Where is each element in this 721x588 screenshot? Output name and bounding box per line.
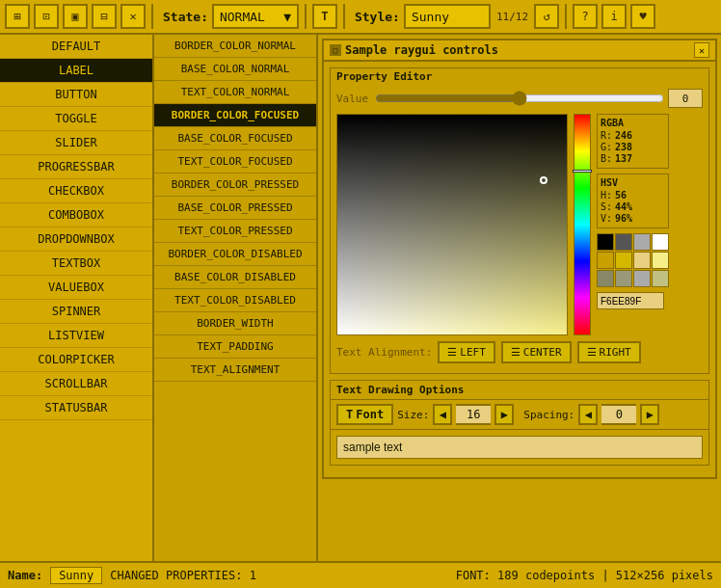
- hsv-s-row: S: 44%: [601, 201, 665, 212]
- prop-border-color-pressed[interactable]: BORDER_COLOR_PRESSED: [154, 174, 316, 197]
- toolbar-btn-2[interactable]: ⊡: [34, 4, 59, 29]
- toolbar-btn-4[interactable]: ⊟: [92, 4, 117, 29]
- text-alignment-label: Text Alignment:: [336, 346, 432, 359]
- sidebar-item-checkbox[interactable]: CHECKBOX: [0, 179, 152, 203]
- align-right-button[interactable]: ☰ RIGHT: [577, 341, 641, 363]
- swatch-9[interactable]: [615, 270, 632, 287]
- toolbar-info-btn[interactable]: i: [601, 4, 627, 29]
- spacing-decrement-button[interactable]: ◀: [578, 404, 598, 425]
- spacing-increment-button[interactable]: ▶: [640, 404, 659, 425]
- toolbar-help-btn[interactable]: ?: [573, 4, 598, 29]
- sample-close-button[interactable]: ✕: [694, 42, 709, 58]
- swatch-1[interactable]: [615, 233, 632, 251]
- swatch-7[interactable]: [652, 252, 669, 269]
- rgba-b-row: B: 137: [601, 153, 665, 164]
- prop-text-color-disabled[interactable]: TEXT_COLOR_DISABLED: [154, 289, 316, 312]
- align-center-label: CENTER: [523, 346, 562, 359]
- state-select[interactable]: NORMAL ▼: [212, 4, 299, 29]
- prop-base-color-normal[interactable]: BASE_COLOR_NORMAL: [154, 58, 316, 81]
- hex-input[interactable]: [597, 292, 664, 309]
- hsv-v-row: V: 96%: [601, 213, 665, 224]
- toolbar-reload-btn[interactable]: ↺: [534, 4, 559, 29]
- text-drawing-title: Text Drawing Options: [331, 381, 708, 400]
- rgba-g-row: G: 238: [601, 142, 665, 152]
- sidebar-item-default[interactable]: DEFAULT: [0, 35, 152, 59]
- font-label: Font: [356, 408, 384, 421]
- sidebar-item-toggle[interactable]: TOGGLE: [0, 107, 152, 131]
- size-increment-button[interactable]: ▶: [494, 404, 514, 425]
- property-editor-group: Property Editor Value 0: [330, 67, 709, 374]
- spacing-value: 0: [601, 404, 636, 425]
- align-center-button[interactable]: ☰ CENTER: [501, 341, 572, 363]
- color-hue-bar[interactable]: [574, 114, 591, 335]
- swatch-2[interactable]: [633, 233, 651, 251]
- toolbar-heart-btn[interactable]: ♥: [630, 4, 655, 29]
- right-panel: □ Sample raygui controls ✕ Property Edit…: [318, 35, 721, 561]
- value-row: Value 0: [336, 89, 703, 108]
- prop-base-color-disabled[interactable]: BASE_COLOR_DISABLED: [154, 266, 316, 289]
- prop-text-color-focused[interactable]: TEXT_COLOR_FOCUSED: [154, 150, 316, 174]
- rgba-r-row: R: 246: [601, 130, 665, 141]
- prop-text-alignment[interactable]: TEXT_ALIGNMENT: [154, 359, 316, 382]
- prop-text-color-normal[interactable]: TEXT_COLOR_NORMAL: [154, 81, 316, 104]
- sample-text-input[interactable]: [336, 436, 703, 459]
- sidebar-item-colorpicker[interactable]: COLORPICKER: [0, 348, 152, 372]
- property-editor-inner: Value 0: [331, 85, 708, 373]
- style-select[interactable]: Sunny: [404, 4, 491, 29]
- state-arrow-icon: ▼: [283, 10, 291, 24]
- hsv-v-label: V:: [601, 213, 612, 224]
- hsv-group: HSV H: 56 S: 44%: [597, 174, 669, 228]
- align-left-button[interactable]: ☰ LEFT: [438, 341, 495, 363]
- sidebar-item-progressbar[interactable]: PROGRESSBAR: [0, 155, 152, 179]
- font-button[interactable]: T Font: [336, 404, 393, 425]
- prop-base-color-pressed[interactable]: BASE_COLOR_PRESSED: [154, 197, 316, 220]
- rgba-g-label: G:: [601, 142, 612, 152]
- status-name-label: Name:: [8, 569, 42, 582]
- prop-text-color-pressed[interactable]: TEXT_COLOR_PRESSED: [154, 220, 316, 243]
- sample-window-icon: □: [330, 44, 341, 56]
- sidebar-item-slider[interactable]: SLIDER: [0, 131, 152, 155]
- toolbar-btn-5[interactable]: ✕: [120, 4, 146, 29]
- sidebar-item-scrollbar[interactable]: SCROLLBAR: [0, 372, 152, 396]
- hsv-h-value: 56: [615, 190, 644, 200]
- swatch-8[interactable]: [597, 270, 614, 287]
- sidebar-item-valuebox[interactable]: VALUEBOX: [0, 276, 152, 300]
- sidebar-item-button[interactable]: BUTTON: [0, 83, 152, 107]
- status-changed: CHANGED PROPERTIES: 1: [110, 569, 447, 582]
- sidebar-item-combobox[interactable]: COMBOBOX: [0, 203, 152, 227]
- toolbar-T-btn[interactable]: T: [312, 4, 337, 29]
- prop-text-padding[interactable]: TEXT_PADDING: [154, 335, 316, 359]
- swatch-3[interactable]: [652, 233, 669, 251]
- swatch-11[interactable]: [652, 270, 669, 287]
- swatch-10[interactable]: [633, 270, 651, 287]
- sidebar-item-statusbar[interactable]: STATUSBAR: [0, 396, 152, 420]
- toolbar: ⊞ ⊡ ▣ ⊟ ✕ State: NORMAL ▼ T Style: Sunny…: [0, 0, 721, 35]
- prop-border-color-focused[interactable]: BORDER_COLOR_FOCUSED: [154, 104, 316, 127]
- prop-border-color-normal[interactable]: BORDER_COLOR_NORMAL: [154, 35, 316, 58]
- text-drawing-options-group: Text Drawing Options T Font Size: ◀ 16 ▶…: [330, 380, 709, 466]
- value-label: Value: [336, 93, 371, 105]
- value-slider[interactable]: [375, 89, 664, 108]
- swatch-6[interactable]: [633, 252, 651, 269]
- toolbar-btn-1[interactable]: ⊞: [5, 4, 30, 29]
- color-gradient[interactable]: [336, 114, 568, 335]
- swatch-4[interactable]: [597, 252, 614, 269]
- sidebar-item-dropdownbox[interactable]: DROPDOWNBOX: [0, 227, 152, 252]
- sidebar-item-spinner[interactable]: SPINNER: [0, 300, 152, 324]
- prop-border-color-disabled[interactable]: BORDER_COLOR_DISABLED: [154, 243, 316, 266]
- sidebar-item-textbox[interactable]: TEXTBOX: [0, 252, 152, 276]
- swatch-0[interactable]: [597, 233, 614, 251]
- page-indicator: 11/12: [496, 11, 528, 23]
- prop-border-width[interactable]: BORDER_WIDTH: [154, 312, 316, 335]
- prop-base-color-focused[interactable]: BASE_COLOR_FOCUSED: [154, 127, 316, 150]
- sample-content: Property Editor Value 0: [324, 62, 715, 477]
- status-bar: Name: Sunny CHANGED PROPERTIES: 1 FONT: …: [0, 561, 721, 588]
- sidebar-item-label[interactable]: LABEL: [0, 59, 152, 83]
- separator-4: [565, 4, 567, 29]
- swatch-5[interactable]: [615, 252, 632, 269]
- sidebar-item-listview[interactable]: LISTVIEW: [0, 324, 152, 348]
- swatch-grid: [597, 233, 669, 287]
- size-decrement-button[interactable]: ◀: [433, 404, 452, 425]
- toolbar-btn-3[interactable]: ▣: [63, 4, 88, 29]
- separator-1: [151, 4, 153, 29]
